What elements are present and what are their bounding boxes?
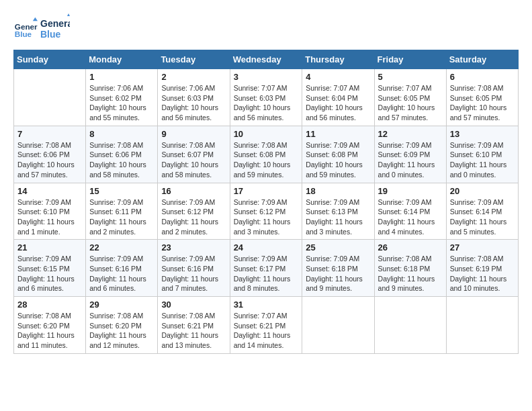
- day-info: Sunrise: 7:09 AM Sunset: 6:18 PM Dayligh…: [306, 254, 370, 293]
- calendar-cell: 16Sunrise: 7:09 AM Sunset: 6:12 PM Dayli…: [158, 183, 230, 240]
- calendar-cell: 31Sunrise: 7:07 AM Sunset: 6:21 PM Dayli…: [230, 297, 302, 354]
- calendar-cell: 6Sunrise: 7:08 AM Sunset: 6:05 PM Daylig…: [446, 69, 518, 126]
- calendar-cell: [14, 69, 86, 126]
- day-info: Sunrise: 7:09 AM Sunset: 6:16 PM Dayligh…: [89, 254, 154, 293]
- calendar-cell: 2Sunrise: 7:06 AM Sunset: 6:03 PM Daylig…: [158, 69, 230, 126]
- calendar-header-row: SundayMondayTuesdayWednesdayThursdayFrid…: [14, 50, 519, 69]
- calendar-cell: 25Sunrise: 7:09 AM Sunset: 6:18 PM Dayli…: [302, 240, 374, 297]
- calendar-body: 1Sunrise: 7:06 AM Sunset: 6:02 PM Daylig…: [14, 69, 519, 354]
- calendar-week-1: 1Sunrise: 7:06 AM Sunset: 6:02 PM Daylig…: [14, 69, 519, 126]
- day-number: 5: [378, 72, 443, 82]
- calendar-cell: [446, 297, 518, 354]
- day-number: 6: [450, 72, 515, 82]
- day-number: 17: [234, 186, 299, 196]
- day-info: Sunrise: 7:07 AM Sunset: 6:21 PM Dayligh…: [234, 311, 299, 351]
- calendar-cell: 15Sunrise: 7:09 AM Sunset: 6:11 PM Dayli…: [86, 183, 158, 240]
- column-header-thursday: Thursday: [302, 50, 374, 69]
- logo-graphic: General Blue: [40, 13, 70, 43]
- calendar-week-4: 21Sunrise: 7:09 AM Sunset: 6:15 PM Dayli…: [14, 240, 519, 297]
- svg-text:Blue: Blue: [15, 30, 32, 38]
- day-info: Sunrise: 7:09 AM Sunset: 6:10 PM Dayligh…: [17, 197, 82, 237]
- calendar-cell: 30Sunrise: 7:08 AM Sunset: 6:21 PM Dayli…: [158, 297, 230, 354]
- day-info: Sunrise: 7:09 AM Sunset: 6:11 PM Dayligh…: [89, 197, 154, 237]
- day-info: Sunrise: 7:09 AM Sunset: 6:12 PM Dayligh…: [234, 197, 299, 237]
- calendar-cell: 21Sunrise: 7:09 AM Sunset: 6:15 PM Dayli…: [14, 240, 86, 297]
- calendar-cell: 4Sunrise: 7:07 AM Sunset: 6:04 PM Daylig…: [302, 69, 374, 126]
- column-header-saturday: Saturday: [446, 50, 518, 69]
- day-info: Sunrise: 7:08 AM Sunset: 6:08 PM Dayligh…: [234, 140, 299, 180]
- day-number: 4: [306, 72, 370, 82]
- day-number: 29: [89, 300, 154, 310]
- calendar-cell: 7Sunrise: 7:08 AM Sunset: 6:06 PM Daylig…: [14, 126, 86, 183]
- calendar-week-5: 28Sunrise: 7:08 AM Sunset: 6:20 PM Dayli…: [14, 297, 519, 354]
- day-info: Sunrise: 7:06 AM Sunset: 6:03 PM Dayligh…: [161, 83, 226, 123]
- day-info: Sunrise: 7:09 AM Sunset: 6:15 PM Dayligh…: [17, 254, 82, 293]
- calendar-cell: 27Sunrise: 7:08 AM Sunset: 6:19 PM Dayli…: [446, 240, 518, 297]
- calendar-cell: 26Sunrise: 7:08 AM Sunset: 6:18 PM Dayli…: [374, 240, 446, 297]
- calendar-cell: 13Sunrise: 7:09 AM Sunset: 6:10 PM Dayli…: [446, 126, 518, 183]
- day-number: 9: [161, 129, 226, 139]
- calendar-cell: 12Sunrise: 7:09 AM Sunset: 6:09 PM Dayli…: [374, 126, 446, 183]
- calendar-cell: 20Sunrise: 7:09 AM Sunset: 6:14 PM Dayli…: [446, 183, 518, 240]
- calendar-cell: 28Sunrise: 7:08 AM Sunset: 6:20 PM Dayli…: [14, 297, 86, 354]
- day-number: 14: [17, 186, 82, 196]
- logo-icon: General Blue: [13, 16, 38, 40]
- calendar-cell: [302, 297, 374, 354]
- day-info: Sunrise: 7:07 AM Sunset: 6:03 PM Dayligh…: [234, 83, 299, 123]
- day-number: 8: [89, 129, 154, 139]
- svg-marker-5: [67, 13, 70, 16]
- calendar-week-2: 7Sunrise: 7:08 AM Sunset: 6:06 PM Daylig…: [14, 126, 519, 183]
- day-info: Sunrise: 7:06 AM Sunset: 6:02 PM Dayligh…: [89, 83, 154, 123]
- day-number: 16: [161, 186, 226, 196]
- svg-marker-2: [33, 17, 38, 21]
- column-header-sunday: Sunday: [14, 50, 86, 69]
- calendar-cell: 9Sunrise: 7:08 AM Sunset: 6:07 PM Daylig…: [158, 126, 230, 183]
- day-number: 22: [89, 242, 154, 253]
- day-number: 11: [306, 129, 370, 139]
- day-number: 30: [161, 300, 226, 310]
- day-number: 18: [306, 186, 370, 196]
- day-info: Sunrise: 7:09 AM Sunset: 6:14 PM Dayligh…: [378, 197, 443, 237]
- day-info: Sunrise: 7:09 AM Sunset: 6:10 PM Dayligh…: [450, 140, 515, 180]
- day-number: 12: [378, 129, 443, 139]
- day-number: 31: [234, 300, 299, 310]
- calendar-week-3: 14Sunrise: 7:09 AM Sunset: 6:10 PM Dayli…: [14, 183, 519, 240]
- column-header-tuesday: Tuesday: [158, 50, 230, 69]
- day-number: 24: [234, 242, 299, 253]
- day-number: 15: [89, 186, 154, 196]
- day-number: 23: [161, 242, 226, 253]
- day-info: Sunrise: 7:09 AM Sunset: 6:08 PM Dayligh…: [306, 140, 370, 180]
- day-number: 3: [234, 72, 299, 82]
- day-info: Sunrise: 7:07 AM Sunset: 6:05 PM Dayligh…: [378, 83, 443, 123]
- day-info: Sunrise: 7:08 AM Sunset: 6:06 PM Dayligh…: [17, 140, 82, 180]
- day-info: Sunrise: 7:07 AM Sunset: 6:04 PM Dayligh…: [306, 83, 370, 123]
- day-number: 25: [306, 242, 370, 253]
- day-info: Sunrise: 7:08 AM Sunset: 6:18 PM Dayligh…: [378, 254, 443, 293]
- day-info: Sunrise: 7:08 AM Sunset: 6:19 PM Dayligh…: [450, 254, 515, 293]
- column-header-wednesday: Wednesday: [230, 50, 302, 69]
- calendar-table: SundayMondayTuesdayWednesdayThursdayFrid…: [13, 50, 519, 354]
- calendar-cell: 23Sunrise: 7:09 AM Sunset: 6:16 PM Dayli…: [158, 240, 230, 297]
- day-info: Sunrise: 7:08 AM Sunset: 6:20 PM Dayligh…: [89, 311, 154, 351]
- column-header-friday: Friday: [374, 50, 446, 69]
- day-info: Sunrise: 7:09 AM Sunset: 6:14 PM Dayligh…: [450, 197, 515, 237]
- calendar-cell: 8Sunrise: 7:08 AM Sunset: 6:06 PM Daylig…: [86, 126, 158, 183]
- day-info: Sunrise: 7:08 AM Sunset: 6:21 PM Dayligh…: [161, 311, 226, 351]
- day-number: 21: [17, 242, 82, 253]
- calendar-cell: 11Sunrise: 7:09 AM Sunset: 6:08 PM Dayli…: [302, 126, 374, 183]
- day-number: 28: [17, 300, 82, 310]
- day-number: 7: [17, 129, 82, 139]
- day-info: Sunrise: 7:09 AM Sunset: 6:09 PM Dayligh…: [378, 140, 443, 180]
- day-number: 27: [450, 242, 515, 253]
- day-info: Sunrise: 7:09 AM Sunset: 6:13 PM Dayligh…: [306, 197, 370, 237]
- calendar-cell: 22Sunrise: 7:09 AM Sunset: 6:16 PM Dayli…: [86, 240, 158, 297]
- day-number: 1: [89, 72, 154, 82]
- calendar-cell: 29Sunrise: 7:08 AM Sunset: 6:20 PM Dayli…: [86, 297, 158, 354]
- calendar-cell: 1Sunrise: 7:06 AM Sunset: 6:02 PM Daylig…: [86, 69, 158, 126]
- day-number: 26: [378, 242, 443, 253]
- calendar-cell: 19Sunrise: 7:09 AM Sunset: 6:14 PM Dayli…: [374, 183, 446, 240]
- day-info: Sunrise: 7:09 AM Sunset: 6:12 PM Dayligh…: [161, 197, 226, 237]
- day-info: Sunrise: 7:08 AM Sunset: 6:20 PM Dayligh…: [17, 311, 82, 351]
- calendar-cell: 18Sunrise: 7:09 AM Sunset: 6:13 PM Dayli…: [302, 183, 374, 240]
- day-info: Sunrise: 7:08 AM Sunset: 6:07 PM Dayligh…: [161, 140, 226, 180]
